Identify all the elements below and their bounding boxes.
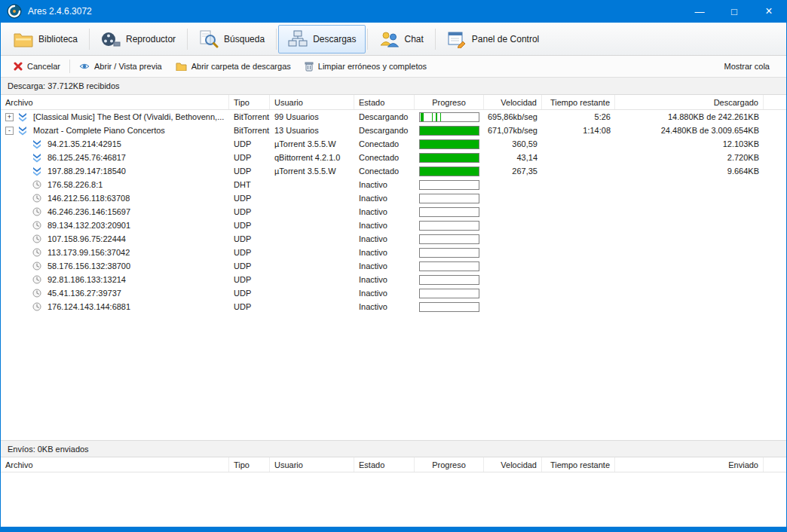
speed-cell [484, 205, 542, 219]
download-row[interactable]: +[Classical Music] The Best Of (Vivaldi,… [1, 110, 786, 124]
column-header-filler [764, 457, 786, 472]
user-cell: qBittorrent 4.2.1.0 [270, 151, 354, 164]
action-button-label: Abrir carpeta de descargas [191, 62, 291, 71]
column-header-label: Velocidad [501, 460, 537, 469]
progress-cell [415, 178, 484, 191]
column-header-progreso[interactable]: Progreso [415, 95, 484, 109]
speed-cell [484, 286, 542, 300]
download-row[interactable]: -Mozart - Complete Piano ConcertosBitTor… [1, 124, 786, 137]
titlebar[interactable]: Ares 2.4.6.3072 — □ × [1, 0, 786, 23]
peer-row[interactable]: 46.246.236.146:15697UDPInactivo [1, 205, 786, 219]
filler-cell [764, 151, 786, 164]
speed-cell [484, 191, 542, 205]
speed-cell: 360,59 [484, 137, 542, 151]
column-header-tipo[interactable]: Tipo [229, 95, 270, 109]
column-header-archivo[interactable]: Archivo [1, 95, 229, 109]
ares-logo-icon [7, 4, 22, 19]
tab-biblioteca[interactable]: Biblioteca [4, 25, 87, 54]
tab-chat[interactable]: Chat [369, 25, 433, 54]
peer-row[interactable]: 86.125.245.76:46817UDPqBittorrent 4.2.1.… [1, 151, 786, 164]
tab-panel-de-control[interactable]: Panel de Control [437, 25, 549, 54]
speed-cell [484, 232, 542, 246]
column-header-progreso[interactable]: Progreso [415, 457, 484, 472]
column-header-archivo[interactable]: Archivo [1, 457, 229, 472]
peer-row[interactable]: 113.173.99.156:37042UDPInactivo [1, 246, 786, 259]
uploads-summary-bar: Envíos: 0KB enviados [1, 440, 786, 457]
archivo-cell: +[Classical Music] The Best Of (Vivaldi,… [1, 110, 229, 124]
downloaded-cell: 14.880KB de 242.261KB [615, 110, 764, 124]
tab-reproductor[interactable]: Reproductor [91, 25, 185, 54]
downloaded-cell [615, 191, 764, 205]
progress-cell [415, 191, 484, 205]
expand-icon[interactable]: + [5, 113, 14, 121]
cancelar-button[interactable]: Cancelar [7, 60, 67, 73]
progress-bar [419, 234, 479, 244]
column-header-tipo[interactable]: Tipo [229, 457, 270, 472]
column-header-descargado[interactable]: Descargado [615, 95, 764, 109]
cancel-icon [14, 62, 23, 71]
downloaded-cell [615, 232, 764, 246]
limpiar-erroneos-y-completos-button[interactable]: Limpiar erróneos y completos [298, 59, 433, 74]
column-header-label: Usuario [274, 98, 303, 107]
column-header-estado[interactable]: Estado [354, 95, 415, 109]
maximize-button[interactable]: □ [717, 0, 752, 23]
speed-cell [484, 259, 542, 273]
column-header-enviado[interactable]: Enviado [615, 457, 764, 472]
column-header-label: Estado [359, 460, 384, 469]
tab-descargas[interactable]: Descargas [278, 25, 366, 54]
collapse-icon[interactable]: - [5, 127, 14, 135]
eta-cell [542, 164, 615, 178]
downloaded-cell [615, 178, 764, 191]
file-name: 176.58.226.8:1 [47, 180, 103, 189]
peer-row[interactable]: 146.212.56.118:63708UDPInactivo [1, 191, 786, 205]
column-header-label: Enviado [728, 460, 758, 469]
action-button-label: Cancelar [27, 62, 60, 71]
column-header-label: Descargado [714, 98, 758, 107]
file-name: 92.81.186.133:13214 [47, 275, 126, 284]
column-header-usuario[interactable]: Usuario [270, 95, 354, 109]
action-divider [69, 60, 70, 73]
peer-row[interactable]: 107.158.96.75:22444UDPInactivo [1, 232, 786, 246]
column-header-label: Usuario [274, 460, 303, 469]
peer-row[interactable]: 176.124.143.144:6881UDPInactivo [1, 300, 786, 313]
column-header-tiempo-restante[interactable]: Tiempo restante [542, 457, 615, 472]
column-header-velocidad[interactable]: Velocidad [484, 457, 542, 472]
peer-row[interactable]: 58.176.156.132:38700UDPInactivo [1, 259, 786, 273]
tab-label: Biblioteca [38, 34, 78, 44]
column-header-usuario[interactable]: Usuario [270, 457, 354, 472]
minimize-button[interactable]: — [682, 0, 717, 23]
user-cell [270, 286, 354, 300]
abrir-carpeta-de-descargas-button[interactable]: Abrir carpeta de descargas [169, 60, 298, 73]
column-header-estado[interactable]: Estado [354, 457, 415, 472]
peer-row[interactable]: 197.88.29.147:18540UDPµTorrent 3.5.5.WCo… [1, 164, 786, 178]
progress-cell [415, 219, 484, 232]
progress-bar [419, 153, 479, 163]
filler-cell [764, 205, 786, 219]
show-queue-link[interactable]: Mostrar cola [724, 62, 780, 71]
column-header-tiempo-restante[interactable]: Tiempo restante [542, 95, 615, 109]
speed-cell: 695,86kb/seg [484, 110, 542, 124]
state-cell: Inactivo [354, 178, 415, 191]
peer-row[interactable]: 45.41.136.27:39737UDPInactivo [1, 286, 786, 300]
peer-row[interactable]: 176.58.226.8:1DHTInactivo [1, 178, 786, 191]
downloaded-cell [615, 273, 764, 286]
user-cell: µTorrent 3.5.5.W [270, 164, 354, 178]
progress-cell [415, 137, 484, 151]
filler-cell [764, 124, 786, 137]
archivo-cell: 94.21.35.214:42915 [1, 137, 229, 151]
close-button[interactable]: × [752, 0, 786, 23]
peer-row[interactable]: 92.81.186.133:13214UDPInactivo [1, 273, 786, 286]
state-cell: Descargando [354, 110, 415, 124]
file-name: 146.212.56.118:63708 [47, 194, 130, 203]
abrir-vista-previa-button[interactable]: Abrir / Vista previa [72, 60, 169, 73]
uploads-table [1, 472, 786, 527]
user-cell [270, 178, 354, 191]
user-cell [270, 300, 354, 313]
peer-row[interactable]: 94.21.35.214:42915UDPµTorrent 3.5.5.WCon… [1, 137, 786, 151]
peer-row[interactable]: 89.134.132.203:20901UDPInactivo [1, 219, 786, 232]
downloaded-cell [615, 246, 764, 259]
user-cell [270, 191, 354, 205]
progress-bar [419, 221, 479, 231]
tab-busqueda[interactable]: Búsqueda [189, 25, 274, 54]
column-header-velocidad[interactable]: Velocidad [484, 95, 542, 109]
